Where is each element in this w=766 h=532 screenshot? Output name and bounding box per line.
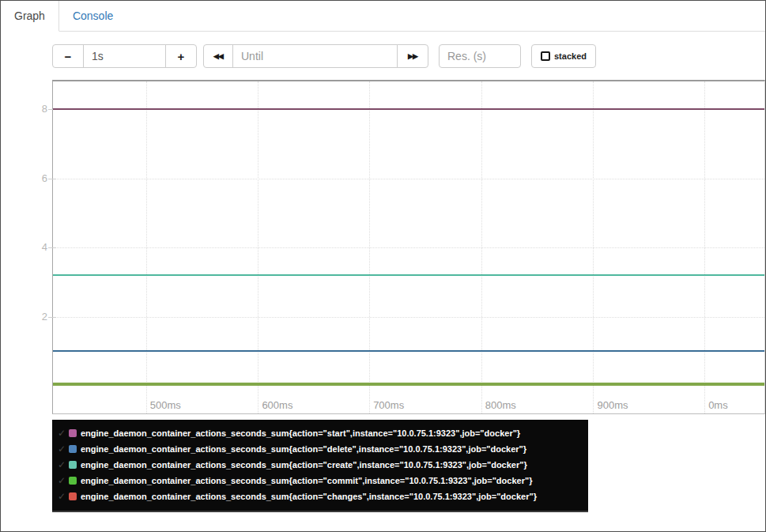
time-forward-button[interactable]: ▶▶ (397, 44, 428, 68)
x-tick-label: 900ms (597, 399, 628, 411)
check-icon: ✓ (56, 459, 67, 470)
x-tick-label: 500ms (150, 399, 181, 411)
series-legend: ✓engine_daemon_container_actions_seconds… (52, 420, 588, 512)
series-swatch (69, 477, 77, 485)
graph-chart: 8642500ms600ms700ms800ms900ms0ms (52, 80, 765, 414)
range-input-group: − + (52, 44, 197, 68)
y-tick-mark (48, 317, 56, 318)
until-input-group: ◀◀ ▶▶ (203, 44, 428, 68)
legend-row-delete[interactable]: ✓engine_daemon_container_actions_seconds… (52, 441, 588, 457)
graph-toolbar: − + ◀◀ ▶▶ stacked (52, 44, 596, 68)
series-label: engine_daemon_container_actions_seconds_… (81, 444, 526, 454)
series-swatch (69, 461, 77, 469)
until-input[interactable] (232, 44, 398, 68)
stacked-toggle-button[interactable]: stacked (531, 44, 596, 68)
stacked-label: stacked (554, 51, 587, 61)
range-decrease-button[interactable]: − (52, 44, 84, 68)
range-input[interactable] (83, 44, 166, 68)
x-tick-label: 800ms (485, 399, 516, 411)
prometheus-graph-page: Graph Console − + ◀◀ ▶▶ stacked (0, 0, 766, 532)
x-gridline (481, 81, 482, 413)
tab-console[interactable]: Console (59, 1, 126, 31)
y-gridline (53, 179, 764, 179)
y-tick-label: 4 (32, 241, 47, 253)
series-label: engine_daemon_container_actions_seconds_… (81, 460, 527, 470)
check-icon: ✓ (56, 475, 67, 486)
range-increase-button[interactable]: + (165, 44, 197, 68)
plot-area[interactable]: 8642500ms600ms700ms800ms900ms0ms (53, 81, 764, 413)
check-icon: ✓ (56, 491, 67, 502)
plus-icon: + (178, 50, 185, 63)
series-swatch (69, 445, 77, 453)
legend-row-changes[interactable]: ✓engine_daemon_container_actions_seconds… (52, 489, 588, 504)
y-tick-mark (48, 179, 56, 179)
x-gridline (593, 81, 594, 413)
y-gridline (53, 247, 764, 248)
series-line-create (53, 274, 764, 276)
rewind-icon: ◀◀ (213, 52, 223, 60)
legend-row-create[interactable]: ✓engine_daemon_container_actions_seconds… (52, 457, 588, 473)
x-gridline (704, 81, 705, 413)
x-gridline (258, 81, 258, 413)
tab-graph[interactable]: Graph (1, 1, 59, 32)
legend-row-start[interactable]: ✓engine_daemon_container_actions_seconds… (52, 425, 588, 441)
tab-bar: Graph Console (1, 1, 765, 32)
x-tick-label: 0ms (708, 399, 728, 411)
y-tick-mark (48, 247, 56, 248)
check-icon: ✓ (56, 443, 67, 455)
y-tick-label: 8 (32, 103, 47, 115)
x-gridline (146, 81, 147, 413)
y-tick-label: 2 (32, 311, 47, 323)
series-label: engine_daemon_container_actions_seconds_… (81, 428, 520, 438)
series-swatch (69, 429, 77, 437)
legend-row-commit[interactable]: ✓engine_daemon_container_actions_seconds… (52, 473, 588, 489)
series-line-delete (53, 350, 764, 352)
y-tick-label: 6 (32, 172, 47, 184)
time-back-button[interactable]: ◀◀ (203, 44, 233, 68)
minus-icon: − (65, 50, 72, 63)
fast-forward-icon: ▶▶ (408, 52, 417, 60)
series-label: engine_daemon_container_actions_seconds_… (81, 492, 537, 501)
x-gridline (369, 81, 370, 413)
x-tick-label: 600ms (262, 399, 292, 411)
series-line-commit (53, 383, 764, 386)
x-tick-label: 700ms (373, 399, 404, 411)
check-icon: ✓ (56, 428, 67, 439)
y-gridline (53, 317, 764, 318)
series-swatch (69, 492, 77, 500)
series-label: engine_daemon_container_actions_seconds_… (81, 476, 532, 485)
resolution-input[interactable] (439, 44, 521, 68)
checkbox-icon (541, 51, 550, 61)
series-line-start (53, 108, 764, 110)
